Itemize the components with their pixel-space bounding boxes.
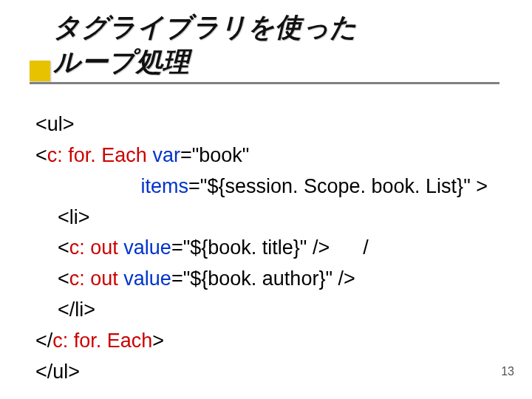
title-underline bbox=[30, 82, 499, 84]
slide-title-line-1: タグライブラリを使った bbox=[53, 12, 358, 42]
code-keyword: c: out bbox=[69, 267, 118, 290]
code-text: < bbox=[35, 267, 69, 290]
page-number: 13 bbox=[501, 365, 514, 378]
code-text: < bbox=[35, 144, 47, 166]
code-line-4: <li> bbox=[35, 202, 502, 233]
code-line-6: <c: out value="${book. author}" /> bbox=[35, 264, 502, 295]
code-text: </ bbox=[35, 330, 52, 352]
slide-title: タグライブラリを使った ループ処理 bbox=[0, 10, 532, 80]
code-attr: items bbox=[141, 175, 189, 197]
code-text: < bbox=[35, 236, 69, 259]
slide-title-line-2: ループ処理 bbox=[53, 47, 190, 77]
code-line-8: </c: for. Each> bbox=[35, 326, 502, 357]
slide: タグライブラリを使った ループ処理 <ul> <c: for. Each var… bbox=[0, 0, 532, 399]
code-line-9: </ul> bbox=[35, 357, 502, 388]
code-line-7: </li> bbox=[35, 295, 502, 326]
code-keyword: c: out bbox=[69, 236, 118, 259]
code-text: ="${session. Scope. book. List}" > bbox=[188, 175, 488, 197]
slide-title-block: タグライブラリを使った ループ処理 bbox=[0, 10, 532, 80]
code-attr: value bbox=[123, 267, 171, 290]
code-text: </ul> bbox=[35, 361, 80, 383]
code-text: > bbox=[152, 330, 164, 352]
code-text: <ul> bbox=[35, 113, 75, 135]
code-text: ="${book. title}" /> / bbox=[171, 236, 369, 259]
code-line-2: <c: for. Each var="book" bbox=[35, 140, 502, 171]
code-line-3: items="${session. Scope. book. List}" > bbox=[35, 171, 502, 202]
code-attr: value bbox=[123, 236, 171, 259]
code-attr: var bbox=[152, 144, 180, 166]
title-bullet-icon bbox=[30, 61, 50, 81]
code-text: <li> bbox=[35, 206, 90, 228]
code-text: ="${book. author}" /> bbox=[171, 267, 355, 290]
code-text: </li> bbox=[35, 299, 95, 321]
code-text bbox=[35, 175, 141, 197]
code-line-5: <c: out value="${book. title}" /> / bbox=[35, 233, 502, 264]
code-block: <ul> <c: for. Each var="book" items="${s… bbox=[35, 109, 502, 388]
code-keyword: c: for. Each bbox=[47, 144, 147, 166]
code-line-1: <ul> bbox=[35, 109, 502, 140]
code-text: ="book" bbox=[180, 144, 250, 166]
code-keyword: c: for. Each bbox=[52, 330, 152, 352]
